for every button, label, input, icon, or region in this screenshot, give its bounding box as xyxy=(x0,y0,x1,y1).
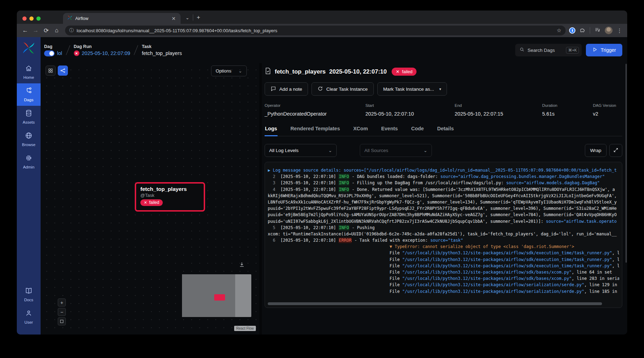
traffic-lights xyxy=(17,16,47,24)
url-text[interactable]: localhost:8080/dags/lol/runs/manual__202… xyxy=(77,28,554,33)
url-bar[interactable]: ⓘ localhost:8080/dags/lol/runs/manual__2… xyxy=(65,26,566,35)
password-manager-icon[interactable] xyxy=(569,27,575,34)
add-note-button[interactable]: Add a note xyxy=(265,82,308,96)
log-line: puuid='e9jBm58Eg7m2ljQpPo9liYoZg-sAMUYaU… xyxy=(268,212,619,218)
profile-avatar[interactable] xyxy=(605,27,612,34)
trigger-button[interactable]: Trigger xyxy=(586,44,622,56)
main-area: Dag lol Dag Run ✕ 2025-05-10, 22:07:0 xyxy=(41,37,627,335)
graph-minimap[interactable] xyxy=(182,274,251,317)
meta-duration: Duration 5.61s xyxy=(542,103,593,117)
search-shortcut-kbd: ⌘+K xyxy=(566,47,579,54)
sidebar-item-docs[interactable]: Docs xyxy=(17,283,41,306)
tab-search-icon[interactable]: ⌄ xyxy=(186,15,189,20)
download-graph-icon[interactable] xyxy=(239,261,245,269)
tab-details[interactable]: Details xyxy=(437,126,454,136)
grid-view-button[interactable] xyxy=(46,66,56,76)
sidebar-item-label: User xyxy=(24,320,33,324)
zoom-out-button[interactable]: − xyxy=(58,308,66,316)
airflow-logo[interactable] xyxy=(22,37,35,61)
search-placeholder: Search Dags xyxy=(527,48,563,53)
node-status-badge: ✕ failed xyxy=(140,199,163,206)
task-name: fetch_top_players xyxy=(142,50,182,56)
home-icon xyxy=(25,64,33,74)
tab-code[interactable]: Code xyxy=(411,126,424,136)
bookmark-star-icon[interactable]: ☆ xyxy=(557,27,561,34)
log-line: 6 [2025-05-10, 22:07:10] ERROR - Task fa… xyxy=(268,237,619,243)
new-tab-button[interactable]: + xyxy=(197,14,200,21)
mark-task-label: Mark Task Instance as... xyxy=(383,87,434,92)
log-line: kkRIj6WHERajxBdhmdQkuTQQMvu_R5VJPL79xXH0… xyxy=(268,193,619,199)
log-line: File "/usr/local/lib/python3.12/site-pac… xyxy=(268,269,619,275)
mark-task-instance-as-button[interactable]: Mark Task Instance as... ▾ xyxy=(377,82,447,96)
tab-rendered-templates[interactable]: Rendered Templates xyxy=(290,126,341,136)
browser-menu-icon[interactable]: ⋮ xyxy=(617,27,622,34)
airflow-favicon xyxy=(67,15,72,22)
x-icon: ✕ xyxy=(396,69,399,74)
header-right: Search Dags ⌘+K Trigger xyxy=(515,44,622,56)
dagrun-link[interactable]: 2025-05-10, 22:07:09 xyxy=(82,50,131,56)
browser-tab-airflow[interactable]: Airflow ✕ xyxy=(63,13,181,24)
sidebar-item-home[interactable]: Home xyxy=(17,61,41,83)
log-line[interactable]: ▼ TypeError: cannot serialize object of … xyxy=(268,243,619,250)
extensions-puzzle-icon[interactable] xyxy=(580,27,586,34)
detail-tabs: Logs Rendered Templates XCom Events Code… xyxy=(265,126,622,136)
minimize-window-button[interactable] xyxy=(29,16,34,21)
sidebar-item-dags[interactable]: Dags xyxy=(17,83,41,106)
wrap-button[interactable]: Wrap xyxy=(585,144,607,157)
tab-logs[interactable]: Logs xyxy=(265,126,278,136)
meta-value: 2025-05-10, 22:07:10 xyxy=(365,111,455,117)
browser-window: Airflow ✕ ⌄ + ← → ⟳ ⌂ ⓘ localhost:8080/d… xyxy=(17,11,627,335)
task-node-fetch-top-players[interactable]: fetch_top_players @Task ✕ failed xyxy=(135,182,205,212)
forward-icon[interactable]: → xyxy=(31,26,41,35)
fullscreen-button[interactable] xyxy=(609,144,622,157)
reload-icon[interactable]: ⟳ xyxy=(41,26,51,35)
tab-events[interactable]: Events xyxy=(381,126,398,136)
clear-task-instance-button[interactable]: Clear Task Instance xyxy=(312,82,373,96)
log-line: 2 [2025-05-10, 22:07:10] INFO - DAG bund… xyxy=(268,173,619,180)
options-dropdown[interactable]: Options ⌄ xyxy=(211,66,247,76)
panel-scrollbar[interactable] xyxy=(625,64,627,263)
log-line: File "/usr/local/lib/python3.12/site-pac… xyxy=(268,275,619,282)
log-controls: All Log Levels ⌄ All Sources ⌄ Wrap xyxy=(265,144,622,157)
sidebar-item-browse[interactable]: Browse xyxy=(17,128,41,151)
close-window-button[interactable] xyxy=(22,16,27,21)
sidebar-item-user[interactable]: User xyxy=(17,306,41,328)
graph-panel: Options ⌄ fetch_top_players @Task ✕ fail… xyxy=(41,63,262,335)
task-status-label: failed xyxy=(402,69,412,74)
log-line[interactable]: ▶ Log message source details: sources=["… xyxy=(268,167,619,173)
media-queue-icon[interactable] xyxy=(594,27,601,34)
gear-icon xyxy=(25,154,33,163)
tab-controls: ⌄ + xyxy=(186,14,200,24)
dag-pause-toggle[interactable] xyxy=(44,50,55,56)
search-dags-input[interactable]: Search Dags ⌘+K xyxy=(515,44,582,56)
meta-value: 5.61s xyxy=(542,111,593,117)
home-icon[interactable]: ⌂ xyxy=(52,26,62,35)
zoom-in-button[interactable]: + xyxy=(58,298,66,307)
options-label: Options xyxy=(216,68,231,74)
graph-view-button[interactable] xyxy=(58,66,68,76)
book-icon xyxy=(25,287,33,296)
log-sources-dropdown[interactable]: All Sources ⌄ xyxy=(360,144,432,157)
log-horizontal-scrollbar[interactable] xyxy=(268,302,602,305)
maximize-window-button[interactable] xyxy=(36,16,41,21)
log-sources-value: All Sources xyxy=(364,148,388,153)
chevron-down-icon: ⌄ xyxy=(424,148,427,153)
back-icon[interactable]: ← xyxy=(20,26,30,35)
task-actions: Add a note Clear Task Instance M xyxy=(265,82,622,96)
tab-close-icon[interactable]: ✕ xyxy=(170,16,177,21)
toolbar-separator xyxy=(590,27,590,34)
sidebar-item-admin[interactable]: Admin xyxy=(17,151,41,173)
search-icon xyxy=(519,47,525,54)
meta-label: DAG Version xyxy=(593,103,622,108)
tab-xcom[interactable]: XCom xyxy=(353,126,368,136)
chevron-down-icon: ⌄ xyxy=(238,68,242,74)
failed-status-icon: ✕ xyxy=(74,50,79,56)
sidebar-item-assets[interactable]: Assets xyxy=(17,106,41,128)
database-icon xyxy=(25,109,33,118)
fit-view-button[interactable] xyxy=(58,317,66,325)
log-levels-dropdown[interactable]: All Log Levels ⌄ xyxy=(265,144,337,157)
site-info-icon[interactable]: ⓘ xyxy=(69,27,74,34)
meta-value: v2 xyxy=(593,111,622,117)
dag-link[interactable]: lol xyxy=(57,50,62,56)
task-meta: Operator _PythonDecoratedOperator Start … xyxy=(265,103,622,117)
